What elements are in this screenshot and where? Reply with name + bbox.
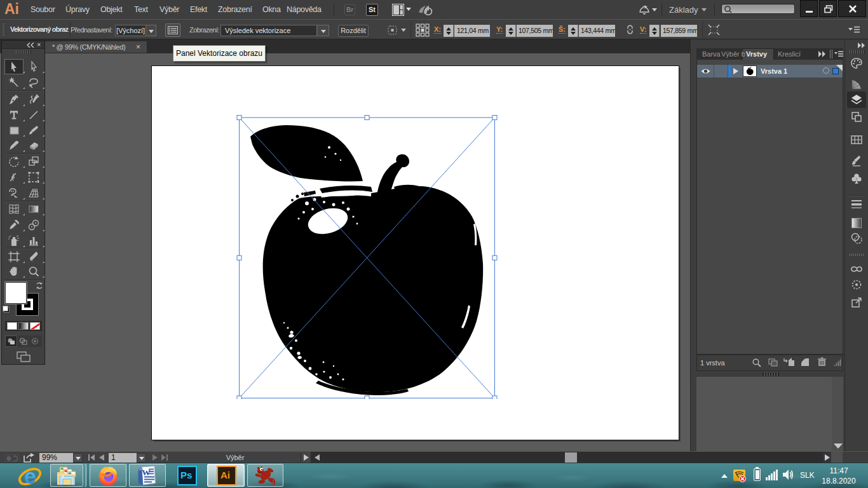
svg-text:e: e <box>24 464 36 488</box>
svg-text:W: W <box>142 468 151 477</box>
